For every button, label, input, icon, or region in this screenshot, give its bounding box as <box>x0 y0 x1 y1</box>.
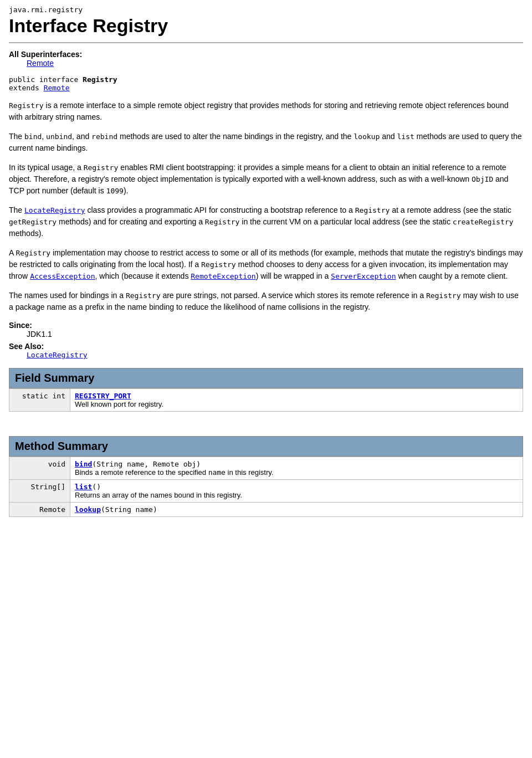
method-lookup-row: Remote lookup(String name) <box>9 503 523 517</box>
extends-remote-link[interactable]: Remote <box>44 84 70 92</box>
lookup-method-link[interactable]: lookup <box>75 505 101 514</box>
interface-declaration: public interface Registry extends Remote <box>9 75 523 92</box>
registry-code-1: Registry <box>9 101 44 110</box>
see-also-section: See Also: LocateRegistry <box>9 342 523 359</box>
extends-prefix: extends <box>9 84 44 92</box>
description-para5: A Registry implementation may choose to … <box>9 247 523 282</box>
method-bind-row: void bind(String name, Remote obj) Binds… <box>9 457 523 480</box>
see-also-label: See Also: <box>9 342 44 351</box>
package-name: java.rmi.registry <box>9 6 523 14</box>
field-type-cell: static int <box>9 389 70 412</box>
list-description: Returns an array of the names bound in t… <box>75 491 242 499</box>
accessexception-link[interactable]: AccessException <box>30 272 95 280</box>
objid-code: ObjID <box>472 175 493 183</box>
list-params: () <box>92 483 101 491</box>
method-summary-table: void bind(String name, Remote obj) Binds… <box>9 457 523 517</box>
rebind-code: rebind <box>91 132 117 141</box>
since-value: JDK1.1 <box>27 330 52 339</box>
since-label: Since: <box>9 321 32 330</box>
lookup-code: lookup <box>354 132 380 141</box>
description-para3: In its typical usage, a Registry enables… <box>9 162 523 197</box>
field-description: Well known port for registry. <box>75 400 163 408</box>
getregistry-code: getRegistry <box>9 218 57 226</box>
bind-code: bind <box>24 132 42 141</box>
registry-code-7: Registry <box>126 291 161 300</box>
interface-name: Registry <box>83 75 117 84</box>
createregistry-code: createRegistry <box>453 218 514 226</box>
port-code: 1099 <box>106 187 124 195</box>
registry-code-3: Registry <box>355 206 390 214</box>
locateregistry-link-1[interactable]: LocateRegistry <box>24 206 85 214</box>
registry-code-4: Registry <box>205 218 240 226</box>
unbind-code: unbind <box>46 132 72 141</box>
list-code: list <box>397 132 414 141</box>
description-para2: The bind, unbind, and rebind methods are… <box>9 131 523 154</box>
description-para6: The names used for bindings in a Registr… <box>9 290 523 313</box>
spacer <box>9 425 523 436</box>
method-list-type: String[] <box>9 480 70 503</box>
registry-code-2: Registry <box>84 163 119 172</box>
method-bind-detail: bind(String name, Remote obj) Binds a re… <box>70 457 523 480</box>
superinterfaces-label: All Superinterfaces: <box>9 50 82 59</box>
method-summary-header: Method Summary <box>9 436 523 457</box>
bind-method-link[interactable]: bind <box>75 460 92 468</box>
registry-code-8: Registry <box>426 291 461 300</box>
superinterfaces-section: All Superinterfaces: Remote <box>9 50 523 68</box>
public-interface-prefix: public interface <box>9 75 83 84</box>
method-bind-type: void <box>9 457 70 480</box>
method-list-row: String[] list() Returns an array of the … <box>9 480 523 503</box>
field-summary-table: static int REGISTRY_PORT Well known port… <box>9 388 523 412</box>
superinterfaces-remote-link[interactable]: Remote <box>27 59 523 68</box>
method-summary-section: Method Summary void bind(String name, Re… <box>9 436 523 517</box>
registry-code-6: Registry <box>201 260 236 269</box>
field-summary-section: Field Summary static int REGISTRY_PORT W… <box>9 368 523 412</box>
field-summary-row: static int REGISTRY_PORT Well known port… <box>9 389 523 412</box>
registry-code-5: Registry <box>16 249 50 257</box>
list-method-link[interactable]: list <box>75 483 92 491</box>
serverexception-link[interactable]: ServerException <box>331 272 396 280</box>
remoteexception-link[interactable]: RemoteException <box>191 272 255 280</box>
description-para4: The LocateRegistry class provides a prog… <box>9 204 523 239</box>
description-para1: Registry is a remote interface to a simp… <box>9 100 523 123</box>
bind-params: (String name, Remote obj) <box>92 460 201 468</box>
since-section: Since: JDK1.1 <box>9 321 523 339</box>
field-summary-header: Field Summary <box>9 368 523 388</box>
registry-port-link[interactable]: REGISTRY_PORT <box>75 392 131 400</box>
title-divider <box>9 42 523 43</box>
page-title: Interface Registry <box>9 15 523 37</box>
method-lookup-type: Remote <box>9 503 70 517</box>
see-also-locateregistry-link[interactable]: LocateRegistry <box>27 351 523 359</box>
method-list-detail: list() Returns an array of the names bou… <box>70 480 523 503</box>
field-detail-cell: REGISTRY_PORT Well known port for regist… <box>70 389 523 412</box>
lookup-params: (String name) <box>101 505 157 514</box>
method-lookup-detail: lookup(String name) <box>70 503 523 517</box>
bind-description: Binds a remote reference to the specifie… <box>75 468 273 477</box>
